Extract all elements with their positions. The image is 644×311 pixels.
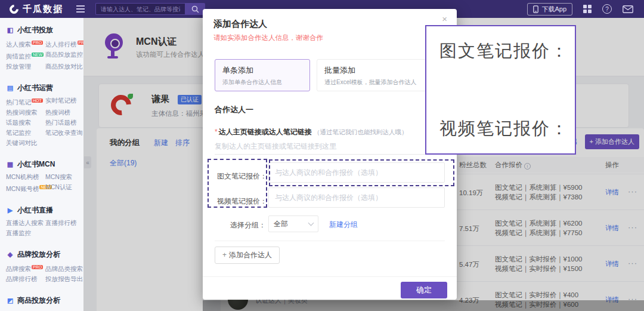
sidebar-item-daren-search[interactable]: 达人搜索PRO <box>6 39 45 48</box>
sidebar-section-xhs-mcn: ▦ 小红书MCN MCN机构榜 MCN搜索 MCN账号榜NEW MCN认证 <box>6 159 83 193</box>
search-button[interactable] <box>185 3 205 15</box>
sidebar-section-xhs-operation: ▤ 小红书运营 热门笔记HOT 实时笔记榜 热搜词搜索 热搜词榜 话题搜索 热门… <box>6 83 83 147</box>
navbar-actions: 下载App ? <box>527 3 633 16</box>
sidebar-section-brand-analysis: ◈ 品牌投放分析 品牌搜索PRO 品牌品类搜索NEW 品牌排行榜 投放报告导出 <box>6 250 83 283</box>
sidebar-item-hotword-search[interactable]: 热搜词搜索 <box>6 109 45 116</box>
sidebar-item-mcn-account-rank[interactable]: MCN账号榜NEW <box>6 183 45 193</box>
section-title: 小红书MCN <box>17 159 55 170</box>
sidebar-item-brand-search[interactable]: 品牌搜索PRO <box>6 263 45 273</box>
operation-icon: ▤ <box>6 84 14 92</box>
pro-badge: PRO <box>78 41 84 45</box>
search-icon <box>191 5 199 13</box>
new-group-link[interactable]: 新建分组 <box>329 220 358 230</box>
required-mark: * <box>215 128 218 136</box>
goods-icon: ◩ <box>6 297 14 304</box>
sidebar-item-hotword-rank[interactable]: 热搜词榜 <box>45 109 83 116</box>
download-app-button[interactable]: 下载App <box>527 3 572 16</box>
section-title: 小红书运营 <box>17 83 53 93</box>
close-icon[interactable]: × <box>442 14 447 24</box>
zoom-callout-box: 图文笔记报价： 视频笔记报价： <box>425 25 576 155</box>
sidebar-item-live-rank[interactable]: 直播排行榜 <box>45 219 83 227</box>
menu-icon[interactable] <box>76 5 85 13</box>
section-title: 小红书投放 <box>17 25 53 35</box>
sidebar-item-promo-manage[interactable]: 投放管理 <box>6 63 45 70</box>
hot-badge: HOT <box>32 98 43 103</box>
sidebar-item-live-monitor[interactable]: 直播监控 <box>6 229 45 237</box>
callout-image-price: 图文笔记报价： <box>439 39 569 63</box>
sidebar-item-goods-promo-monitor[interactable]: 商品投放监控 <box>45 51 83 60</box>
live-icon: ▶ <box>6 207 14 214</box>
modal-title: 添加合作达人 <box>213 19 267 30</box>
divider <box>215 241 445 241</box>
new-badge: NEW <box>32 53 44 57</box>
download-app-label: 下载App <box>541 5 566 14</box>
sidebar-item-mcn-org-rank[interactable]: MCN机构榜 <box>6 173 45 181</box>
video-price-input[interactable] <box>268 187 445 208</box>
collab-section-title: 合作达人一 <box>215 104 253 115</box>
sidebar-item-goods-promo-compare[interactable]: 商品投放对比 <box>45 63 83 70</box>
section-title: 商品投放分析 <box>17 295 60 306</box>
image-price-label: 图文笔记报价： <box>217 171 267 181</box>
sidebar-section-xhs-live: ▶ 小红书直播 直播达人搜索 直播排行榜 直播监控 <box>6 205 83 237</box>
sidebar-item-promo-report-export[interactable]: 投放报告导出 <box>45 275 83 283</box>
sidebar-item-keyword-compare[interactable]: 关键词对比 <box>6 139 45 147</box>
qiangua-logo-icon <box>8 2 20 15</box>
confirm-button[interactable]: 确定 <box>401 282 447 298</box>
sidebar-section-xhs-promotion: ◧ 小红书投放 达人搜索PRO 达人排行榜PRO 舆情监控NEW 商品投放监控 … <box>6 25 83 70</box>
sidebar-item-note-monitor[interactable]: 笔记监控 <box>6 129 45 137</box>
app-logo[interactable]: 千瓜数据 <box>10 4 63 15</box>
sidebar-item-topic-search[interactable]: 话题搜索 <box>6 119 45 127</box>
group-select[interactable]: 全部 <box>268 215 318 232</box>
sidebar-item-sentiment-monitor[interactable]: 舆情监控NEW <box>6 51 45 60</box>
brand-icon: ◈ <box>6 251 14 258</box>
sidebar-item-realtime-note-rank[interactable]: 实时笔记榜 <box>45 97 83 106</box>
modal-warning: 请如实添加合作达人信息，谢谢合作 <box>213 33 323 42</box>
apps-grid-icon[interactable] <box>583 5 592 13</box>
app-title: 千瓜数据 <box>23 4 63 15</box>
mcn-icon: ▦ <box>6 161 14 168</box>
global-search-bar <box>95 3 205 15</box>
search-input[interactable] <box>95 3 185 15</box>
help-icon[interactable]: ? <box>602 4 612 14</box>
app-root: 千瓜数据 下载App ? <box>0 0 644 311</box>
sidebar-item-live-daren-search[interactable]: 直播达人搜索 <box>6 219 45 227</box>
sidebar-item-hot-notes[interactable]: 热门笔记HOT <box>6 97 45 106</box>
mail-icon[interactable] <box>623 5 633 13</box>
modal-backdrop-strip <box>203 300 644 311</box>
modal-footer: 确定 <box>203 276 457 300</box>
callout-video-price: 视频笔记报价： <box>439 117 569 141</box>
link-field-label-row: *达人主页链接或达人笔记链接 （通过笔记我们也能找到达人哦） <box>215 127 408 137</box>
sidebar-item-note-index-query[interactable]: 笔记收录查询 <box>45 129 83 137</box>
group-select-label: 选择分组： <box>230 220 266 230</box>
section-title: 小红书直播 <box>17 205 53 215</box>
video-price-label: 视频笔记报价： <box>217 196 267 207</box>
sidebar-item-mcn-cert[interactable]: MCN认证 <box>45 183 83 193</box>
pro-badge: PRO <box>32 41 43 45</box>
tab-single-add[interactable]: 单条添加 添加单条合作达人信息 <box>215 59 310 91</box>
link-field-hint: （通过笔记我们也能找到达人哦） <box>314 128 408 136</box>
add-another-daren-button[interactable]: +添加合作达人 <box>215 247 280 264</box>
sidebar-item-daren-rank[interactable]: 达人排行榜PRO <box>45 39 83 48</box>
image-price-input[interactable] <box>268 162 445 183</box>
add-collab-modal: 添加合作达人 请如实添加合作达人信息，谢谢合作 × 单条添加 添加单条合作达人信… <box>203 9 457 300</box>
sidebar-section-goods-analysis: ◩ 商品投放分析 <box>6 295 83 306</box>
chevron-down-icon <box>308 220 314 226</box>
daren-link-input[interactable] <box>215 138 445 155</box>
promotion-icon: ◧ <box>6 26 14 34</box>
sidebar-item-hot-topic-rank[interactable]: 热门话题榜 <box>45 119 83 127</box>
pro-badge: PRO <box>32 265 43 269</box>
plus-icon: + <box>222 251 227 259</box>
sidebar: ◧ 小红书投放 达人搜索PRO 达人排行榜PRO 舆情监控NEW 商品投放监控 … <box>0 18 83 311</box>
sidebar-item-brand-rank[interactable]: 品牌排行榜 <box>6 275 45 283</box>
phone-icon <box>533 5 538 13</box>
sidebar-item-mcn-search[interactable]: MCN搜索 <box>45 173 83 181</box>
sidebar-item-brand-category-search[interactable]: 品牌品类搜索NEW <box>45 263 83 273</box>
section-title: 品牌投放分析 <box>17 250 60 260</box>
